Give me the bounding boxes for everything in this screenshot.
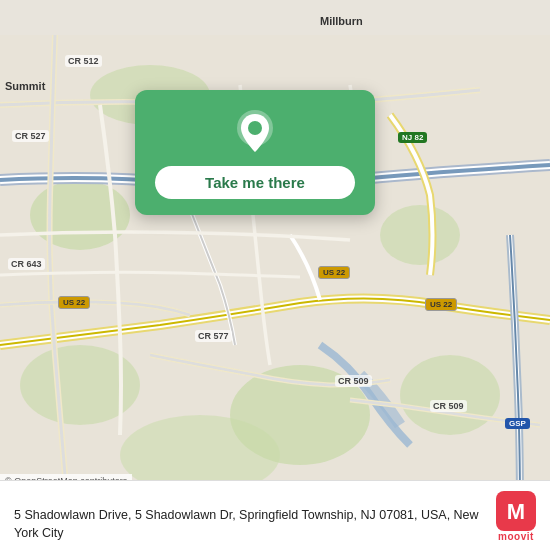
info-bar: 5 Shadowlawn Drive, 5 Shadowlawn Dr, Spr… [0, 480, 550, 550]
cr577-label: CR 577 [195, 330, 232, 342]
take-me-there-button[interactable]: Take me there [155, 166, 355, 199]
cr509-label2: CR 509 [430, 400, 467, 412]
location-card: Take me there [135, 90, 375, 215]
svg-text:M: M [507, 499, 525, 524]
us22-badge1: US 22 [58, 296, 90, 309]
address-text: 5 Shadowlawn Drive, 5 Shadowlawn Dr, Spr… [14, 507, 496, 542]
moovit-logo: M moovit [496, 491, 536, 542]
map-background [0, 0, 550, 550]
gsp-badge: GSP [505, 418, 530, 429]
cr527-label: CR 527 [12, 130, 49, 142]
summit-label: Summit [5, 80, 45, 92]
cr512-label: CR 512 [65, 55, 102, 67]
millburn-label: Millburn [320, 15, 363, 27]
cr643-label: CR 643 [8, 258, 45, 270]
cr509-label: CR 509 [335, 375, 372, 387]
us22-badge2: US 22 [318, 266, 350, 279]
moovit-text: moovit [498, 531, 534, 542]
map-container: CR 512 CR 527 CR 643 CR 577 CR 509 CR 50… [0, 0, 550, 550]
us22-badge3: US 22 [425, 298, 457, 311]
svg-point-6 [400, 355, 500, 435]
location-pin-icon [231, 108, 279, 156]
nj82-badge: NJ 82 [398, 132, 427, 143]
moovit-icon-svg: M [496, 491, 536, 531]
svg-point-3 [380, 205, 460, 265]
svg-point-9 [248, 121, 262, 135]
